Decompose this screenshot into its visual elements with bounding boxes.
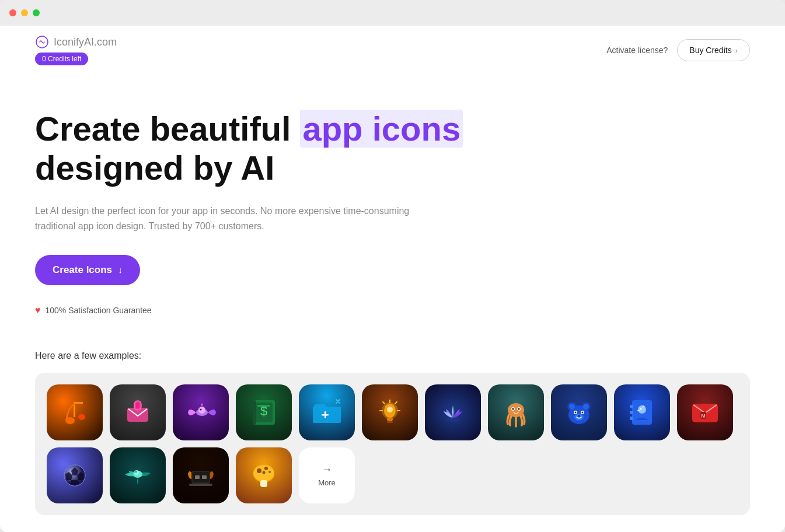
svg-point-54 [135,471,137,473]
svg-rect-3 [74,402,83,404]
svg-point-26 [518,408,520,410]
titlebar [0,0,785,26]
svg-rect-6 [136,402,139,408]
icon-bear[interactable] [551,384,607,440]
icon-mailbox[interactable] [110,384,166,440]
icon-bird[interactable] [173,384,229,440]
svg-rect-41 [630,416,633,420]
svg-point-20 [387,407,393,412]
icons-row-1: $ [47,384,738,440]
icon-lotus[interactable] [425,384,481,440]
arrow-down-icon: ↓ [118,265,123,275]
icon-address-book[interactable] [614,384,670,440]
create-icons-button[interactable]: Create Icons ↓ [35,255,140,285]
maximize-button[interactable] [33,9,40,16]
svg-rect-39 [630,405,633,408]
svg-point-8 [198,407,205,414]
svg-rect-62 [260,480,267,487]
icon-laptop-wings[interactable] [173,447,229,503]
more-label: More [318,478,336,487]
icon-money[interactable]: $ [236,384,292,440]
examples-section: Here are a few examples: [0,339,785,532]
logo-icon [35,35,49,49]
svg-point-64 [264,467,268,470]
svg-rect-58 [195,475,200,479]
credits-badge: 0 Credits left [35,52,88,65]
icon-hummingbird-teal[interactable] [110,447,166,503]
icons-row-2: → More [47,447,738,503]
svg-rect-59 [202,475,207,479]
chevron-right-icon: › [735,46,738,55]
svg-point-25 [512,408,514,410]
svg-point-37 [578,415,580,417]
icon-folder[interactable] [299,384,355,440]
svg-rect-16 [322,414,329,416]
svg-rect-14 [253,400,256,425]
svg-point-63 [257,468,261,473]
more-button[interactable]: → More [299,447,355,503]
icon-octopus[interactable] [488,384,544,440]
more-arrow-icon: → [322,464,332,476]
close-button[interactable] [9,9,16,16]
svg-point-36 [582,411,584,413]
nav-right: Activate license? Buy Credits › [606,39,750,61]
svg-text:M: M [701,413,706,419]
icon-mushroom[interactable] [236,447,292,503]
minimize-button[interactable] [21,9,28,16]
svg-point-43 [640,408,642,410]
buy-credits-button[interactable]: Buy Credits › [677,39,750,61]
svg-point-21 [446,417,460,422]
guarantee-text: 100% Satisfaction Guarantee [46,306,152,315]
svg-rect-57 [189,484,212,486]
icons-grid: $ [47,384,738,503]
svg-point-53 [134,470,139,475]
app-window: IconifyAI.com 0 Credits left Activate li… [0,0,785,532]
svg-point-31 [583,404,589,410]
icon-music[interactable] [47,384,103,440]
svg-point-30 [569,404,575,410]
hero-section: Create beautiful app icons designed by A… [0,75,785,339]
icon-email[interactable]: M [677,384,733,440]
svg-rect-40 [630,411,633,414]
icon-soccer[interactable] [47,447,103,503]
icons-container: $ [35,373,750,515]
nav-left: IconifyAI.com 0 Credits left [35,35,117,65]
svg-point-35 [575,411,577,413]
svg-rect-19 [387,421,393,423]
hero-title: Create beautiful app icons designed by A… [35,110,750,187]
navbar: IconifyAI.com 0 Credits left Activate li… [0,26,785,75]
svg-point-1 [78,414,85,420]
logo-text: IconifyAI.com [54,36,117,48]
activate-license-text: Activate license? [606,46,668,55]
svg-point-22 [508,403,524,417]
heart-icon: ♥ [35,305,41,316]
svg-rect-13 [257,405,270,407]
logo-row: IconifyAI.com [35,35,117,49]
svg-point-66 [268,471,271,473]
guarantee-row: ♥ 100% Satisfaction Guarantee [35,305,750,316]
examples-title: Here are a few examples: [35,351,750,361]
page-content: IconifyAI.com 0 Credits left Activate li… [0,26,785,532]
hero-subtitle: Let AI design the perfect icon for your … [35,204,432,233]
svg-point-65 [263,471,266,474]
icon-bulb[interactable] [362,384,418,440]
